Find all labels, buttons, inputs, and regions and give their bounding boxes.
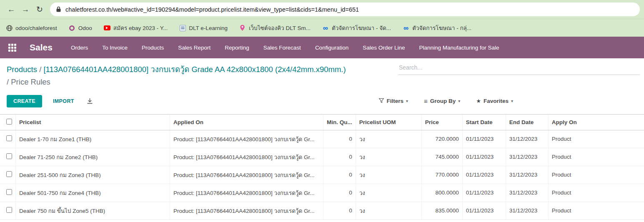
header-pricelist-uom[interactable]: Pricelist UOM xyxy=(356,114,421,130)
nav-item-configuration[interactable]: Configuration xyxy=(314,42,349,53)
import-button[interactable]: IMPORT xyxy=(53,98,74,104)
cell-applied-on[interactable]: Product: [113A07664401AA428001800] วงกบเ… xyxy=(170,202,323,220)
favorites-dropdown[interactable]: ★ Favorites ▾ xyxy=(476,97,513,105)
group-by-dropdown[interactable]: ≡ Group By ▾ xyxy=(424,97,460,105)
cell-end-date[interactable]: 31/12/2023 xyxy=(506,202,548,220)
cell-min-qty[interactable]: 0 xyxy=(323,166,356,184)
cell-price[interactable]: 720.0000 xyxy=(421,130,462,148)
search-input[interactable] xyxy=(398,62,640,75)
dlt-elearning-icon xyxy=(179,25,186,31)
cell-min-qty[interactable]: 0 xyxy=(323,184,356,202)
table-row[interactable]: Dealer 501-750 กม Zone4 (THB) Product: [… xyxy=(0,184,644,202)
forward-button[interactable]: → xyxy=(18,2,33,17)
header-pricelist[interactable]: Pricelist xyxy=(16,114,170,130)
cell-pricelist[interactable]: Dealer 71-250 กม Zone2 (THB) xyxy=(16,148,170,166)
bookmark-ebay-youtube[interactable]: สมัคร ebay 2023 - Y... xyxy=(104,23,168,32)
bookmark-ads-manager-2[interactable]: ∞ ตัวจัดการโฆษณา - กลุ่... xyxy=(403,23,471,32)
nav-item-orders[interactable]: Orders xyxy=(70,42,89,53)
cell-pricelist[interactable]: Dealer 501-750 กม Zone4 (THB) xyxy=(16,184,170,202)
header-applied-on[interactable]: Applied On xyxy=(170,114,323,130)
cell-end-date[interactable]: 31/12/2023 xyxy=(506,166,548,184)
cell-start-date[interactable]: 01/11/2023 xyxy=(462,166,506,184)
bookmark-odoo-chaleforest[interactable]: odoo/chaleforest xyxy=(6,25,57,31)
row-checkbox[interactable] xyxy=(6,171,12,177)
table-row[interactable]: Dealer 1-70 กม Zone1 (THB) Product: [113… xyxy=(0,130,644,148)
pricelist-table: Pricelist Applied On Min. Qu... Pricelis… xyxy=(0,114,644,220)
bookmarks-bar: odoo/chaleforest Odoo สมัคร ebay 2023 - … xyxy=(0,19,644,37)
cell-start-date[interactable]: 01/11/2023 xyxy=(462,202,506,220)
cell-pricelist[interactable]: Dealer 750 กม ขึ้นไป Zone5 (THB) xyxy=(16,202,170,220)
header-apply-on[interactable]: Apply On xyxy=(548,114,644,130)
cell-price[interactable]: 745.0000 xyxy=(421,148,462,166)
cell-pricelist[interactable]: Dealer 1-70 กม Zone1 (THB) xyxy=(16,130,170,148)
search-box xyxy=(398,62,640,75)
table-row[interactable]: Dealer 750 กม ขึ้นไป Zone5 (THB) Product… xyxy=(0,202,644,220)
cell-uom[interactable]: วง xyxy=(356,184,421,202)
cell-applied-on[interactable]: Product: [113A07664401AA428001800] วงกบเ… xyxy=(170,184,323,202)
cell-min-qty[interactable]: 0 xyxy=(323,148,356,166)
nav-item-sales-order-line[interactable]: Sales Order Line xyxy=(362,42,406,53)
filters-dropdown[interactable]: Filters ▾ xyxy=(379,97,408,105)
header-start-date[interactable]: Start Date xyxy=(462,114,506,130)
export-download-icon[interactable] xyxy=(87,98,93,104)
select-all-checkbox[interactable] xyxy=(6,119,12,125)
bookmark-odoo[interactable]: Odoo xyxy=(69,25,92,31)
table-row[interactable]: Dealer 251-500 กม Zone3 (THB) Product: [… xyxy=(0,166,644,184)
breadcrumb-separator: / xyxy=(7,77,9,86)
control-panel: Products / [113A07664401AA428001800] วงก… xyxy=(0,58,644,88)
apps-menu-icon[interactable] xyxy=(8,44,16,52)
cell-uom[interactable]: วง xyxy=(356,148,421,166)
row-checkbox[interactable] xyxy=(6,189,12,195)
cell-min-qty[interactable]: 0 xyxy=(323,130,356,148)
nav-item-planning-manufacturing[interactable]: Planning Manufacturing for Sale xyxy=(418,42,500,53)
cell-end-date[interactable]: 31/12/2023 xyxy=(506,148,548,166)
create-button[interactable]: CREATE xyxy=(7,95,42,107)
cell-apply-on[interactable]: Product xyxy=(548,166,644,184)
cell-end-date[interactable]: 31/12/2023 xyxy=(506,184,548,202)
table-row[interactable]: Dealer 71-250 กม Zone2 (THB) Product: [1… xyxy=(0,148,644,166)
bookmark-label: DLT e-Learning xyxy=(189,25,228,31)
bookmark-dlt-booking[interactable]: เว็บไซต์จองคิว DLT Sm... xyxy=(239,23,311,32)
cell-pricelist[interactable]: Dealer 251-500 กม Zone3 (THB) xyxy=(16,166,170,184)
cell-uom[interactable]: วง xyxy=(356,202,421,220)
cell-start-date[interactable]: 01/11/2023 xyxy=(462,148,506,166)
back-button[interactable]: ← xyxy=(4,2,18,17)
row-checkbox[interactable] xyxy=(6,207,12,213)
cell-applied-on[interactable]: Product: [113A07664401AA428001800] วงกบเ… xyxy=(170,148,323,166)
nav-item-reporting[interactable]: Reporting xyxy=(224,42,250,53)
nav-item-to-invoice[interactable]: To Invoice xyxy=(101,42,128,53)
cell-start-date[interactable]: 01/11/2023 xyxy=(462,184,506,202)
breadcrumb-product-link[interactable]: [113A07664401AA428001800] วงกบเรดวู้ด Gr… xyxy=(43,65,346,74)
header-min-qty[interactable]: Min. Qu... xyxy=(323,114,356,130)
cell-applied-on[interactable]: Product: [113A07664401AA428001800] วงกบเ… xyxy=(170,166,323,184)
cell-uom[interactable]: วง xyxy=(356,166,421,184)
bookmark-dlt-elearning[interactable]: DLT e-Learning xyxy=(179,25,228,31)
header-end-date[interactable]: End Date xyxy=(506,114,548,130)
cell-start-date[interactable]: 01/11/2023 xyxy=(462,130,506,148)
cell-uom[interactable]: วง xyxy=(356,130,421,148)
bookmark-ads-manager-1[interactable]: ∞ ตัวจัดการโฆษณา - จัด... xyxy=(322,23,391,32)
refresh-button[interactable]: ↻ xyxy=(33,2,47,17)
header-price[interactable]: Price xyxy=(421,114,462,130)
cell-apply-on[interactable]: Product xyxy=(548,202,644,220)
cell-apply-on[interactable]: Product xyxy=(548,184,644,202)
nav-item-sales-forecast[interactable]: Sales Forecast xyxy=(263,42,302,53)
address-bar[interactable]: chaletforest.co.th/web#active_id=190294&… xyxy=(50,2,640,16)
cell-apply-on[interactable]: Product xyxy=(548,148,644,166)
row-checkbox[interactable] xyxy=(6,153,12,159)
cell-price[interactable]: 770.0000 xyxy=(421,166,462,184)
cell-price[interactable]: 835.0000 xyxy=(421,202,462,220)
app-name[interactable]: Sales xyxy=(30,42,53,52)
row-checkbox[interactable] xyxy=(6,135,12,141)
nav-item-products[interactable]: Products xyxy=(141,42,165,53)
bookmark-label: เว็บไซต์จองคิว DLT Sm... xyxy=(249,23,311,32)
cell-end-date[interactable]: 31/12/2023 xyxy=(506,130,548,148)
bookmark-label: odoo/chaleforest xyxy=(15,25,57,31)
cell-min-qty[interactable]: 0 xyxy=(323,202,356,220)
cell-applied-on[interactable]: Product: [113A07664401AA428001800] วงกบเ… xyxy=(170,130,323,148)
cell-price[interactable]: 800.0000 xyxy=(421,184,462,202)
cell-apply-on[interactable]: Product xyxy=(548,130,644,148)
nav-item-sales-report[interactable]: Sales Report xyxy=(177,42,211,53)
breadcrumb-products-link[interactable]: Products xyxy=(7,65,37,74)
star-icon: ★ xyxy=(476,98,481,104)
